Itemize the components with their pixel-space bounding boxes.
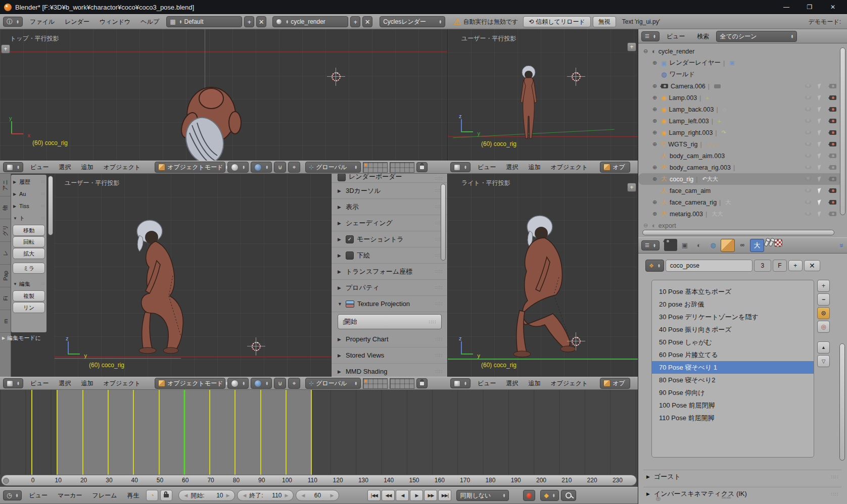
editmode-panel[interactable]: ▶ 編集モードに xyxy=(2,334,53,342)
restrict-select-icon[interactable] xyxy=(818,130,822,135)
toolshelf-tab[interactable]: m xyxy=(0,310,11,333)
users-count-button[interactable]: 3 xyxy=(754,260,771,272)
outliner-row[interactable]: ⊕ metarig.003 | xyxy=(638,208,843,220)
restrict-render-icon[interactable] xyxy=(829,84,836,88)
pose-tool-button[interactable] xyxy=(817,307,830,319)
npanel-row[interactable]: ▶ Stored Views ∷∷ xyxy=(332,347,448,364)
npanel-row[interactable]: ▶ 3Dカーソル ∷∷ xyxy=(332,183,448,199)
menu-item[interactable]: 選択 xyxy=(54,380,76,387)
npanel-row[interactable]: ▶ 下絵 ∷∷ xyxy=(332,247,448,264)
expand-icon[interactable]: ⊖ xyxy=(643,222,649,229)
render-border-button[interactable]: ⌖ xyxy=(288,162,300,173)
properties-scrollbar[interactable] xyxy=(839,343,845,461)
restrict-select-icon[interactable] xyxy=(818,141,822,147)
restrict-view-icon[interactable] xyxy=(805,212,811,216)
restrict-render-icon[interactable] xyxy=(829,200,836,205)
more-tabs-chevron-icon[interactable]: » xyxy=(838,243,846,247)
lock-frame-button[interactable] xyxy=(160,490,172,501)
timeline-tick-label[interactable]: 0 xyxy=(31,477,35,484)
editor-type-button[interactable]: ◷▲▼ xyxy=(3,490,22,500)
keyframe-marker[interactable] xyxy=(108,390,109,475)
restrict-render-icon[interactable] xyxy=(829,188,836,193)
menu-item[interactable]: オブジェクト xyxy=(546,380,593,387)
toolshelf-tab[interactable]: Fi xyxy=(0,287,11,310)
editor-type-button[interactable]: ☰▲▼ xyxy=(641,240,660,250)
outliner-row[interactable]: ⊕ Camera.006 | xyxy=(638,80,843,92)
toolshelf-tab[interactable]: Pap xyxy=(0,265,11,287)
restrict-select-icon[interactable] xyxy=(818,118,822,124)
panel-checkbox[interactable] xyxy=(346,251,354,260)
fake-user-button[interactable]: F xyxy=(773,260,787,272)
restrict-view-icon[interactable] xyxy=(805,200,811,204)
menu-item[interactable]: 選択 xyxy=(501,380,524,387)
outliner-row[interactable]: ⊕ body_camera_rig.003 | xyxy=(638,162,843,173)
expand-icon[interactable]: ⊕ xyxy=(652,60,658,66)
restrict-render-icon[interactable] xyxy=(829,119,836,123)
npanel-row[interactable]: ▶ Property Chart ∷∷ xyxy=(332,331,448,347)
editor-type-button[interactable]: ▲▼ xyxy=(3,378,23,388)
pose-list-item[interactable]: 30 Pose デリケートゾーンを隠す xyxy=(652,311,814,323)
pose-library-name-field[interactable]: coco_pose xyxy=(666,260,752,272)
pose-library-selector[interactable]: ❖▲▼ xyxy=(645,260,664,272)
properties-tab[interactable] xyxy=(664,239,677,251)
npanel-row[interactable]: ▶ トランスフォーム座標 ∷∷ xyxy=(332,264,448,280)
toolshelf-row[interactable]: 複製 ∷ xyxy=(13,290,45,301)
region-expand-button[interactable]: + xyxy=(1,44,10,54)
expand-icon[interactable]: ⊕ xyxy=(652,211,658,217)
timeline-tick-label[interactable]: 210 xyxy=(561,477,572,484)
expand-icon[interactable]: ⊕ xyxy=(652,83,658,89)
panel-grip-icon[interactable]: ∷ xyxy=(41,281,44,286)
timeline-tick-label[interactable]: 70 xyxy=(207,477,214,484)
panel-grip-icon[interactable]: ∷∷ xyxy=(831,474,838,480)
toolshelf-row[interactable]: ▶ Au ∷ xyxy=(11,188,46,200)
pose-tool-button[interactable] xyxy=(817,280,830,292)
properties-tab[interactable] xyxy=(736,239,749,251)
lock-button[interactable] xyxy=(416,378,428,388)
timeline-tick-label[interactable]: 60 xyxy=(182,477,189,484)
panel-grip-icon[interactable]: ∷ xyxy=(41,191,44,196)
pose-list-item[interactable]: 40 Pose 振り向きポーズ xyxy=(652,323,814,336)
npanel-row[interactable]: ▶ 表示 ∷∷ xyxy=(332,199,448,215)
menu-item[interactable]: ビュー xyxy=(24,492,53,499)
pose-list-item[interactable]: 110 Pose 前屈開脚 xyxy=(652,412,814,424)
panel-grip-icon[interactable]: ∷∷ xyxy=(435,176,443,181)
outliner-row[interactable]: face_cam_aim xyxy=(638,185,843,196)
menu-item[interactable]: 追加 xyxy=(524,164,546,171)
timeline-tick-label[interactable]: 180 xyxy=(485,477,495,484)
npanel-row[interactable]: ▼ Texture Projection ∷∷ xyxy=(332,296,448,312)
npanel-row[interactable]: ▶ MMD Shading ∷∷ xyxy=(332,364,448,377)
restrict-render-icon[interactable] xyxy=(829,142,836,146)
pose-list-item[interactable]: 60 Pose 片膝立てる xyxy=(652,348,814,361)
editor-type-button[interactable]: ☰▲▼ xyxy=(641,31,660,41)
panel-grip-icon[interactable]: ∷∷ xyxy=(435,352,443,358)
timeline-tick-label[interactable]: 40 xyxy=(131,477,138,484)
snap-button[interactable]: ⊍ xyxy=(274,162,286,173)
insert-keyframe-button[interactable] xyxy=(561,490,576,501)
expand-icon[interactable]: ⊕ xyxy=(652,106,658,113)
npanel-row[interactable]: ▶ プロパティ ∷∷ xyxy=(332,280,448,296)
timeline-keyframe-area[interactable] xyxy=(0,390,638,475)
outliner-row[interactable]: body_cam_aim.003 xyxy=(638,150,843,162)
properties-tab[interactable] xyxy=(678,239,691,251)
toolshelf-row[interactable]: 拡大 ∷ xyxy=(13,248,45,259)
region-expand-button[interactable]: + xyxy=(627,183,636,192)
time-indicator-button[interactable]: ◔ xyxy=(146,490,158,501)
menu-item[interactable]: 選択 xyxy=(54,164,76,171)
expand-icon[interactable]: ⊕ xyxy=(652,129,658,136)
timeline-tick-label[interactable]: 10 xyxy=(55,477,62,484)
pose-tool-button[interactable] xyxy=(817,341,830,354)
timeline-tick-label[interactable]: 160 xyxy=(435,477,445,484)
menu-item[interactable]: オブジェクト xyxy=(99,380,146,387)
mode-selector[interactable]: オブジェクトモード▲▼ xyxy=(155,378,225,389)
toolshelf-tab[interactable]: 物 xyxy=(0,196,11,219)
ignore-button[interactable]: 無視 xyxy=(593,16,616,27)
toolshelf-row[interactable]: ▶ 履歴 ∷ xyxy=(11,176,46,188)
keyframe-marker[interactable] xyxy=(286,390,287,475)
restrict-view-icon[interactable] xyxy=(805,142,811,146)
expand-icon[interactable]: ⊕ xyxy=(652,199,658,206)
jump-to-start-button[interactable]: |◀◀ xyxy=(367,490,381,501)
pose-tool-button[interactable] xyxy=(817,321,830,333)
close-scene-button[interactable]: ✕ xyxy=(362,16,372,27)
viewport-light[interactable]: ライト・平行投影 z y (60) coco_rig + xyxy=(447,174,638,377)
3d-cursor[interactable] xyxy=(249,339,263,354)
